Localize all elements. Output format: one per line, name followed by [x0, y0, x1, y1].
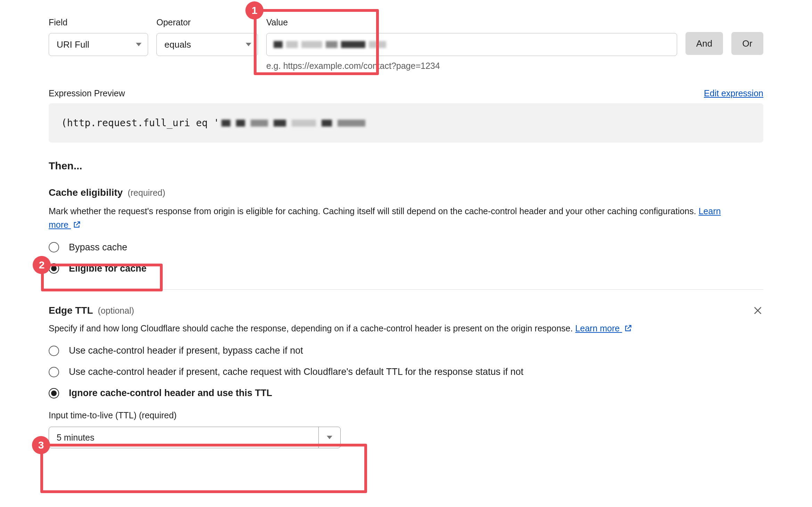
radio-icon — [49, 346, 59, 356]
filter-row: Field URI Full Operator equals Value — [49, 17, 763, 71]
and-button[interactable]: And — [685, 32, 723, 55]
radio-icon — [49, 242, 59, 252]
annotation-badge-1: 1 — [245, 1, 263, 19]
cache-option-eligible[interactable]: Eligible for cache — [49, 263, 763, 274]
operator-select-value: equals — [164, 39, 191, 50]
divider — [49, 289, 763, 290]
redacted-expression — [221, 120, 365, 127]
chevron-down-icon — [327, 436, 332, 439]
edge-opt3-label: Ignore cache-control header and use this… — [69, 388, 272, 399]
chevron-down-icon — [136, 43, 141, 46]
field-select-value: URI Full — [57, 39, 89, 50]
field-select[interactable]: URI Full — [49, 33, 148, 56]
edge-opt2-label: Use cache-control header if present, cac… — [69, 367, 523, 377]
edge-opt-ignore-use-ttl[interactable]: Ignore cache-control header and use this… — [49, 388, 763, 399]
edge-ttl-options: Use cache-control header if present, byp… — [49, 345, 763, 399]
edge-opt-bypass[interactable]: Use cache-control header if present, byp… — [49, 345, 763, 356]
value-input[interactable] — [266, 33, 677, 56]
external-link-icon — [73, 221, 81, 228]
expression-preview-label: Expression Preview — [49, 88, 125, 98]
edge-ttl-title: Edge TTL — [49, 305, 93, 316]
edge-ttl-header: Edge TTL (optional) — [49, 305, 763, 316]
cache-eligibility-tag: (required) — [128, 188, 165, 198]
ttl-select[interactable]: 5 minutes — [49, 427, 341, 448]
edge-ttl-tag: (optional) — [98, 306, 134, 316]
cache-eligibility-heading: Cache eligibility (required) — [49, 187, 763, 198]
expression-preview-box: (http.request.full_uri eq ' — [49, 103, 763, 143]
cache-option-bypass[interactable]: Bypass cache — [49, 242, 763, 253]
ttl-input-section: Input time-to-live (TTL) (required) 5 mi… — [49, 410, 763, 448]
edge-learn-more-link[interactable]: Learn more — [575, 323, 632, 333]
or-button[interactable]: Or — [731, 32, 763, 55]
annotation-badge-3: 3 — [32, 436, 50, 454]
chevron-down-icon — [246, 43, 251, 46]
ttl-input-label: Input time-to-live (TTL) (required) — [49, 410, 763, 420]
value-label: Value — [266, 17, 677, 27]
edge-ttl-heading: Edge TTL (optional) — [49, 305, 134, 316]
operator-select[interactable]: equals — [156, 33, 258, 56]
ttl-select-caret — [319, 436, 340, 439]
edge-opt-default-ttl[interactable]: Use cache-control header if present, cac… — [49, 367, 763, 377]
annotation-badge-2: 2 — [33, 256, 51, 274]
operator-label: Operator — [156, 17, 258, 27]
value-hint: e.g. https://example.com/contact?page=12… — [266, 61, 677, 71]
external-link-icon — [624, 324, 632, 332]
operator-column: Operator equals — [156, 17, 258, 56]
radio-icon — [49, 388, 59, 399]
value-column: Value e.g. https://example.com/contact?p… — [266, 17, 677, 71]
cache-option-eligible-label: Eligible for cache — [69, 263, 147, 274]
cache-eligibility-options: Bypass cache Eligible for cache — [49, 242, 763, 274]
cache-eligibility-title: Cache eligibility — [49, 187, 123, 198]
expression-preview-header: Expression Preview Edit expression — [49, 88, 763, 98]
and-col: And — [685, 17, 723, 55]
radio-icon — [49, 367, 59, 377]
edit-expression-link[interactable]: Edit expression — [704, 88, 763, 98]
edge-ttl-desc: Specify if and how long Cloudflare shoul… — [49, 322, 730, 335]
field-label: Field — [49, 17, 148, 27]
or-col: Or — [731, 17, 763, 55]
edge-desc-text: Specify if and how long Cloudflare shoul… — [49, 323, 575, 333]
cache-option-bypass-label: Bypass cache — [69, 242, 127, 253]
close-icon[interactable] — [752, 305, 763, 316]
expression-code-prefix: (http.request.full_uri eq ' — [61, 117, 219, 129]
annotation-highlight-3 — [40, 444, 367, 493]
ttl-select-value: 5 minutes — [49, 433, 318, 443]
edge-opt1-label: Use cache-control header if present, byp… — [69, 345, 303, 356]
cache-eligibility-desc: Mark whether the request's response from… — [49, 204, 730, 232]
then-heading: Then... — [49, 160, 763, 172]
edge-learn-more-text: Learn more — [575, 323, 620, 333]
redacted-value — [274, 41, 386, 48]
cache-desc-text: Mark whether the request's response from… — [49, 206, 699, 216]
field-column: Field URI Full — [49, 17, 148, 56]
